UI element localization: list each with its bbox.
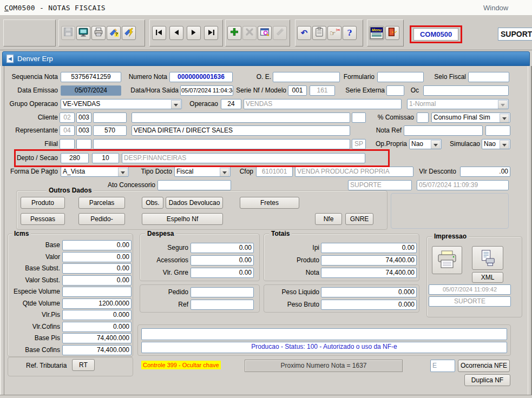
serie-externa-field[interactable] [386,85,404,96]
obs-button[interactable]: Obs. [142,197,163,209]
operacao-code-field[interactable]: 24 [221,99,241,109]
parcelas-button[interactable]: Parcelas [78,197,125,209]
representante-filial-field[interactable]: 003 [76,125,91,136]
filial-uf-field[interactable]: SP [352,139,366,149]
filial-codigo-field[interactable] [76,139,91,149]
total-produto-field[interactable]: 74,400.00 [321,255,417,266]
cliente-filial-field[interactable]: 003 [76,112,91,123]
imprimir-danfe-button[interactable] [472,246,503,270]
chevron-down-icon[interactable] [500,114,509,123]
oe-field[interactable] [273,72,340,82]
icms-base-field[interactable]: 0.00 [62,240,132,250]
consumo-final-select[interactable]: Consumo Final Sim [431,112,510,123]
grupo-operacao-select[interactable]: VE-VENDAS [61,99,182,109]
total-nota-field[interactable]: 74,400.00 [321,268,417,278]
op-propria-select[interactable]: Nao [409,139,442,149]
cliente-codigo-field[interactable] [93,112,127,123]
especie-volume-field[interactable] [62,287,132,297]
gnre-button[interactable]: GNRE [345,213,373,225]
chevron-down-icon[interactable] [431,140,441,149]
print-button[interactable] [91,26,106,40]
icms-valor-subst-field[interactable]: 0.00 [62,275,132,286]
rt-button[interactable]: RT [72,359,95,371]
chevron-down-icon[interactable] [500,140,509,149]
exit-button[interactable] [385,26,399,40]
filial-nome-field[interactable] [93,139,350,149]
icms-valor-field[interactable]: 0.00 [62,252,132,262]
produto-button[interactable]: Produto [21,197,65,209]
save-button[interactable] [61,26,75,40]
vlr-pis-field[interactable]: 0.000 [62,310,132,320]
simulacao-select[interactable]: Nao [482,139,510,149]
chevron-down-icon[interactable] [171,100,181,109]
representante-nome-field[interactable]: VENDA DIRETA / DIRECT SALES [132,125,350,136]
filial-empresa-field[interactable] [60,139,75,149]
base-cofins-field[interactable]: 74,400.000 [62,345,132,355]
seguro-field[interactable]: 0.00 [191,243,254,253]
vlr-gnre-field[interactable]: 0.00 [191,268,254,278]
sequencia-nota-field[interactable]: 53756741259 [61,72,121,82]
modelo-field[interactable]: 161 [310,85,335,96]
cliente-nome-field[interactable] [132,112,350,123]
ref-field[interactable] [191,300,254,310]
previous-record-button[interactable] [169,26,183,40]
menu-button[interactable]: Menu [369,26,384,40]
tipo-nota-select[interactable]: 1-Normal [407,99,509,109]
duplica-nf-button[interactable]: Duplica NF [464,374,510,386]
chevron-down-icon[interactable] [220,168,229,177]
pessoas-button[interactable]: Pessoas [21,213,65,225]
imprimir-nota-button[interactable] [432,246,462,274]
selo-fiscal-field[interactable] [468,72,509,82]
ocorrencia-nfe-button[interactable]: Ocorrencia NFE [458,360,510,372]
next-record-button[interactable] [187,26,201,40]
undo-button[interactable]: ↶ [297,26,311,40]
data-hora-saida-field[interactable]: 05/07/2024 11:04:34 [180,85,233,96]
screen-button[interactable] [76,26,90,40]
delete-record-button[interactable] [242,26,257,40]
xml-button[interactable]: XML [472,272,503,283]
peso-liquido-field[interactable]: 0.000 [321,287,417,297]
qtde-volume-field[interactable]: 1200.0000 [62,298,132,309]
tipo-docto-select[interactable]: Fiscal [174,167,231,177]
peso-bruto-field[interactable]: 0.000 [321,300,417,310]
data-emissao-field[interactable]: 05/07/2024 [61,85,121,96]
representante-codigo-field[interactable]: 570 [93,125,127,136]
numero-nota-field[interactable]: 0000000001636 [169,72,233,82]
execute-query-button[interactable] [122,26,136,40]
last-record-button[interactable] [204,26,218,40]
nota-ref-serie-field[interactable] [485,125,510,136]
serie-nf-field[interactable]: 001 [288,85,307,96]
ato-concessorio-field[interactable] [157,180,231,190]
status-message-field[interactable] [141,328,507,340]
help-button[interactable]: ? [343,26,357,40]
clipboard-button[interactable] [312,26,326,40]
formulario-field[interactable] [377,72,424,82]
window-menu[interactable]: Window [483,4,508,12]
vlr-desconto-field[interactable]: .00 [460,167,510,177]
vlr-cofins-field[interactable]: 0.000 [62,322,132,332]
comissao-field[interactable] [417,112,429,123]
representante-empresa-field[interactable]: 04 [60,125,75,136]
cliente-uf-field[interactable] [352,112,366,123]
dados-devolucao-button[interactable]: Dados Devolucao [166,197,223,209]
enter-query-button[interactable]: ? [107,26,121,40]
ipi-field[interactable]: 0.00 [321,243,417,253]
user-badge-field[interactable]: SUPORT [498,28,532,41]
producao-status-field[interactable]: Producao - Status: 100 - Autorizado o us… [141,342,507,353]
cut-record-button[interactable]: ☞✂ [327,26,341,40]
base-pis-field[interactable]: 74,400.000 [62,333,132,343]
ocorrencia-field[interactable]: E [430,360,455,372]
chevron-down-icon[interactable] [118,168,128,177]
pedido-field[interactable] [191,287,254,297]
oc-field[interactable] [423,85,509,96]
fretes-button[interactable]: Fretes [240,197,299,209]
edit-button[interactable] [273,26,287,40]
nota-ref-field[interactable] [404,125,483,136]
espelho-nf-button[interactable]: Espelho Nf [142,213,223,225]
query-find-button[interactable] [258,26,272,40]
cliente-empresa-field[interactable]: 02 [60,112,75,123]
acessorios-field[interactable]: 0.00 [191,255,254,266]
nfe-button[interactable]: Nfe [315,213,342,225]
forma-pagto-select[interactable]: A_Vista [61,167,129,177]
pedido-button[interactable]: Pedido- [78,213,125,225]
